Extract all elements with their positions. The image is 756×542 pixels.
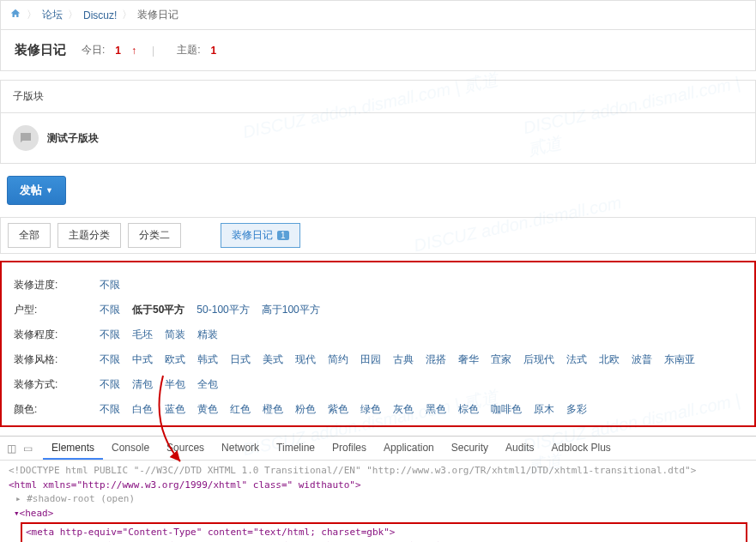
breadcrumb-current: 装修日记 [137, 8, 178, 22]
sep-icon: 〉 [27, 8, 37, 22]
post-button-label: 发帖 [20, 183, 42, 198]
devtools-tab-elements[interactable]: Elements [43, 437, 103, 460]
filter-option[interactable]: 绿色 [360, 402, 381, 417]
devtools-tab-network[interactable]: Network [213, 437, 268, 460]
filter-option[interactable]: 50-100平方 [197, 303, 249, 317]
filter-option[interactable]: 欧式 [165, 352, 185, 367]
filter-label: 装修进度: [14, 278, 100, 292]
filter-label: 装修风格: [14, 352, 100, 367]
devtools-tab-security[interactable]: Security [443, 437, 497, 460]
devtools-tab-timeline[interactable]: Timeline [268, 437, 324, 460]
filter-option[interactable]: 中式 [132, 352, 153, 367]
filter-option[interactable]: 高于100平方 [262, 303, 320, 317]
tab-active-label: 装修日记 [232, 228, 273, 243]
forum-header: 装修日记 今日: 1 ↑ | 主题: 1 [0, 30, 756, 71]
devtools-panel: ◫ ▭ ElementsConsoleSourcesNetworkTimelin… [0, 436, 756, 542]
filter-option[interactable]: 不限 [100, 278, 120, 292]
breadcrumb: 〉 论坛 〉 Discuz! 〉 装修日记 [0, 0, 756, 30]
device-icon[interactable]: ▭ [23, 443, 33, 455]
tab-topic-class[interactable]: 主题分类 [57, 223, 121, 248]
today-count: 1 [115, 45, 121, 57]
inspect-icon[interactable]: ◫ [7, 443, 16, 455]
filter-option[interactable]: 法式 [566, 352, 587, 367]
today-label: 今日: [82, 43, 105, 57]
filter-option[interactable]: 不限 [100, 328, 120, 342]
tab-active[interactable]: 装修日记 1 [221, 223, 300, 248]
filter-option[interactable]: 黑色 [426, 402, 446, 417]
filter-option[interactable]: 简装 [165, 328, 185, 342]
sub-forum-block: 子版块 测试子版块 [0, 80, 756, 164]
forum-title: 装修日记 [15, 42, 66, 58]
filter-option[interactable]: 精装 [197, 328, 218, 342]
post-button[interactable]: 发帖 ▼ [7, 176, 66, 205]
devtools-tab-audits[interactable]: Audits [497, 437, 542, 460]
filter-opts: 不限白色蓝色黄色红色橙色粉色紫色绿色灰色黑色棕色咖啡色原木多彩 [100, 402, 587, 417]
filter-option[interactable]: 美式 [263, 352, 283, 367]
breadcrumb-discuz[interactable]: Discuz! [83, 9, 117, 21]
filter-opts: 不限中式欧式韩式日式美式现代简约田园古典混搭奢华宜家后现代法式北欧波普东南亚 [100, 352, 695, 367]
filter-label: 户型: [14, 303, 100, 317]
filter-option[interactable]: 棕色 [458, 402, 479, 417]
filter-opts: 不限清包半包全包 [100, 377, 218, 392]
filter-option[interactable]: 后现代 [523, 352, 554, 367]
filter-opts: 不限 [100, 278, 120, 292]
filter-option[interactable]: 田园 [360, 352, 381, 367]
breadcrumb-forum[interactable]: 论坛 [42, 8, 63, 22]
filter-option[interactable]: 多彩 [566, 402, 587, 417]
devtools-tab-sources[interactable]: Sources [158, 437, 213, 460]
filter-option[interactable]: 橙色 [263, 402, 283, 417]
filter-option[interactable]: 北欧 [599, 352, 620, 367]
devtools-tab-profiles[interactable]: Profiles [324, 437, 375, 460]
filter-option[interactable]: 混搭 [426, 352, 446, 367]
divider: | [152, 45, 154, 57]
filter-option[interactable]: 黄色 [197, 402, 218, 417]
sub-forum-link[interactable]: 测试子版块 [47, 131, 99, 146]
filter-option[interactable]: 白色 [132, 402, 153, 417]
filter-option[interactable]: 简约 [328, 352, 348, 367]
filter-option[interactable]: 清包 [132, 377, 153, 392]
tab-all[interactable]: 全部 [8, 223, 51, 248]
sub-forum-header: 子版块 [1, 81, 755, 113]
filter-row-degree: 装修程度: 不限毛坯简装精装 [14, 322, 742, 347]
filter-row-progress: 装修进度: 不限 [14, 273, 742, 298]
filter-option[interactable]: 灰色 [393, 402, 414, 417]
doctype-line: <!DOCTYPE html PUBLIC "-//W3C//DTD XHTML… [9, 464, 747, 479]
head-open-line: ▾<head> [9, 507, 747, 521]
filter-option[interactable]: 波普 [632, 352, 652, 367]
html-tag-line: <html xmlns="http://www.w3.org/1999/xhtm… [9, 479, 747, 493]
devtools-tab-adblock plus[interactable]: Adblock Plus [542, 437, 619, 460]
filter-option[interactable]: 红色 [230, 402, 251, 417]
filter-option[interactable]: 东南亚 [664, 352, 695, 367]
filter-option[interactable]: 粉色 [295, 402, 316, 417]
meta-line: <meta http-equiv="Content-Type" content=… [26, 526, 742, 540]
tab-class2[interactable]: 分类二 [128, 223, 181, 248]
filter-option[interactable]: 原木 [534, 402, 554, 417]
filter-option[interactable]: 奢华 [458, 352, 479, 367]
chevron-down-icon: ▼ [45, 186, 53, 195]
home-icon[interactable] [9, 8, 21, 22]
devtools-tab-console[interactable]: Console [103, 437, 158, 460]
filter-option[interactable]: 日式 [230, 352, 251, 367]
filter-option[interactable]: 半包 [165, 377, 185, 392]
filter-option[interactable]: 紫色 [328, 402, 348, 417]
filter-option[interactable]: 不限 [100, 303, 120, 317]
filter-option[interactable]: 毛坯 [132, 328, 153, 342]
filter-option[interactable]: 低于50平方 [132, 303, 184, 317]
filter-option[interactable]: 现代 [295, 352, 316, 367]
topic-count: 1 [211, 45, 217, 57]
filter-option[interactable]: 不限 [100, 402, 120, 417]
devtools-tab-application[interactable]: Application [375, 437, 443, 460]
filter-option[interactable]: 全包 [197, 377, 218, 392]
filter-option[interactable]: 古典 [393, 352, 414, 367]
filter-option[interactable]: 宜家 [491, 352, 511, 367]
filter-label: 装修方式: [14, 377, 100, 392]
filter-opts: 不限毛坯简装精装 [100, 328, 218, 342]
filter-row-type: 户型: 不限低于50平方50-100平方高于100平方 [14, 298, 742, 322]
filter-option[interactable]: 不限 [100, 352, 120, 367]
filter-option[interactable]: 蓝色 [165, 402, 185, 417]
filter-row-color: 颜色: 不限白色蓝色黄色红色橙色粉色紫色绿色灰色黑色棕色咖啡色原木多彩 [14, 397, 742, 422]
filter-option[interactable]: 韩式 [197, 352, 218, 367]
devtools-source[interactable]: <!DOCTYPE html PUBLIC "-//W3C//DTD XHTML… [0, 461, 756, 542]
filter-option[interactable]: 咖啡色 [491, 402, 522, 417]
filter-option[interactable]: 不限 [100, 377, 120, 392]
